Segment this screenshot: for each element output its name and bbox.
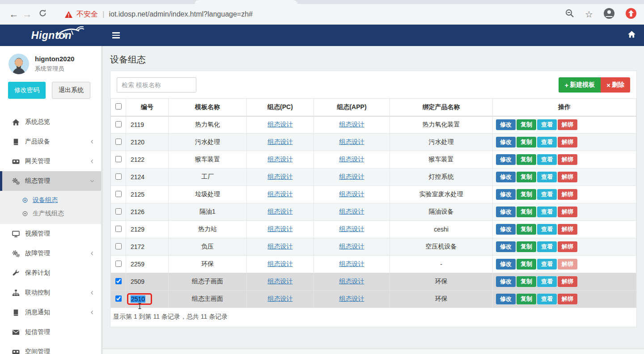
security-label[interactable]: 不安全 — [76, 10, 98, 19]
view-button[interactable]: 查看 — [537, 259, 557, 270]
edit-button[interactable]: 修改 — [496, 259, 516, 270]
browser-update-icon[interactable] — [625, 8, 637, 21]
app-design-link[interactable]: 组态设计 — [339, 138, 364, 145]
sidebar-subitem-line-scada[interactable]: 生产线组态 — [0, 207, 101, 220]
profile-avatar-icon[interactable] — [603, 8, 615, 21]
view-button[interactable]: 查看 — [537, 189, 557, 200]
app-design-link[interactable]: 组态设计 — [339, 208, 364, 215]
pc-design-link[interactable]: 组态设计 — [268, 295, 293, 302]
sidebar-toggle-icon[interactable] — [110, 28, 122, 42]
pc-design-link[interactable]: 组态设计 — [268, 190, 293, 198]
unbind-button[interactable]: 解绑 — [558, 294, 577, 304]
home-icon[interactable] — [627, 30, 636, 40]
sidebar-item-system-overview[interactable]: 系统总览 — [0, 112, 101, 132]
edit-button[interactable]: 修改 — [496, 294, 516, 304]
copy-button[interactable]: 复制 — [517, 294, 536, 304]
url-text[interactable]: iot.idosp.net/admin/index.html?language=… — [109, 10, 253, 18]
unbind-button[interactable]: 解绑 — [558, 154, 577, 165]
unbind-button[interactable]: 解绑 — [558, 206, 577, 217]
copy-button[interactable]: 复制 — [517, 154, 536, 165]
sidebar-item-space-mgmt[interactable]: 空间管理 — [0, 342, 101, 354]
app-design-link[interactable]: 组态设计 — [339, 278, 364, 285]
new-template-button[interactable]: + 新建模板 — [559, 77, 601, 93]
pc-design-link[interactable]: 组态设计 — [268, 138, 293, 145]
row-checkbox[interactable] — [115, 191, 122, 197]
logout-button[interactable]: 退出系统 — [52, 82, 90, 99]
edit-button[interactable]: 修改 — [496, 119, 516, 130]
search-input[interactable] — [117, 77, 196, 93]
pc-design-link[interactable]: 组态设计 — [268, 278, 293, 285]
edit-button[interactable]: 修改 — [496, 276, 516, 287]
copy-button[interactable]: 复制 — [517, 276, 536, 287]
zoom-out-icon[interactable] — [565, 8, 575, 20]
sidebar-item-video-mgmt[interactable]: 视频管理 — [0, 224, 101, 244]
sidebar-item-message-notify[interactable]: 消息通知 — [0, 303, 101, 322]
row-checkbox[interactable] — [115, 243, 122, 249]
sidebar-item-fault-mgmt[interactable]: 故障管理 — [0, 244, 101, 263]
row-checkbox[interactable] — [115, 139, 122, 145]
sidebar-item-linkage-control[interactable]: 联动控制 — [0, 283, 101, 303]
delete-button[interactable]: × 删除 — [601, 77, 630, 93]
pc-design-link[interactable]: 组态设计 — [268, 156, 293, 163]
unbind-button[interactable]: 解绑 — [558, 172, 577, 182]
edit-button[interactable]: 修改 — [496, 154, 516, 165]
pc-design-link[interactable]: 组态设计 — [268, 260, 293, 267]
view-button[interactable]: 查看 — [537, 154, 557, 165]
app-design-link[interactable]: 组态设计 — [339, 156, 364, 163]
pc-design-link[interactable]: 组态设计 — [268, 173, 293, 180]
unbind-button[interactable]: 解绑 — [558, 189, 577, 200]
pc-design-link[interactable]: 组态设计 — [268, 243, 293, 250]
edit-button[interactable]: 修改 — [496, 206, 516, 217]
view-button[interactable]: 查看 — [537, 276, 557, 287]
copy-button[interactable]: 复制 — [517, 224, 536, 235]
unbind-button[interactable]: 解绑 — [558, 137, 577, 148]
view-button[interactable]: 查看 — [537, 294, 557, 304]
view-button[interactable]: 查看 — [537, 119, 557, 130]
edit-button[interactable]: 修改 — [496, 241, 516, 252]
app-design-link[interactable]: 组态设计 — [339, 173, 364, 180]
view-button[interactable]: 查看 — [537, 137, 557, 148]
copy-button[interactable]: 复制 — [517, 172, 536, 182]
edit-button[interactable]: 修改 — [496, 137, 516, 148]
row-checkbox[interactable] — [115, 173, 122, 180]
row-checkbox[interactable] — [115, 278, 122, 284]
row-checkbox[interactable] — [115, 156, 122, 162]
sidebar-item-product-device[interactable]: 产品设备 — [0, 132, 101, 152]
row-checkbox[interactable] — [115, 295, 122, 302]
unbind-button[interactable]: 解绑 — [558, 224, 577, 235]
forward-icon[interactable]: → — [21, 9, 34, 20]
pc-design-link[interactable]: 组态设计 — [268, 208, 293, 215]
view-button[interactable]: 查看 — [537, 172, 557, 182]
app-design-link[interactable]: 组态设计 — [339, 243, 364, 250]
unbind-button[interactable]: 解绑 — [558, 241, 577, 252]
pc-design-link[interactable]: 组态设计 — [268, 225, 293, 232]
view-button[interactable]: 查看 — [537, 206, 557, 217]
sidebar-item-maintenance-plan[interactable]: 保养计划 — [0, 263, 101, 283]
bookmark-star-icon[interactable]: ☆ — [585, 9, 593, 20]
row-checkbox[interactable] — [115, 261, 122, 267]
view-button[interactable]: 查看 — [537, 241, 557, 252]
unbind-button[interactable]: 解绑 — [558, 276, 577, 287]
browser-tab[interactable] — [195, 0, 297, 4]
app-design-link[interactable]: 组态设计 — [339, 225, 364, 232]
row-checkbox[interactable] — [115, 121, 122, 127]
unbind-button[interactable]: 解绑 — [558, 119, 577, 130]
copy-button[interactable]: 复制 — [517, 241, 536, 252]
editing-id-highlight-box[interactable]: 2510 — [127, 293, 152, 305]
template-id[interactable]: 2510 — [131, 295, 145, 303]
horizontal-scrollbar-track[interactable] — [103, 349, 644, 354]
change-password-button[interactable]: 修改密码 — [8, 82, 46, 99]
select-all-checkbox[interactable] — [115, 103, 122, 110]
copy-button[interactable]: 复制 — [517, 259, 536, 270]
row-checkbox[interactable] — [115, 208, 122, 215]
copy-button[interactable]: 复制 — [517, 206, 536, 217]
sidebar-item-scada-mgmt[interactable]: 组态管理 — [0, 171, 101, 191]
view-button[interactable]: 查看 — [537, 224, 557, 235]
app-design-link[interactable]: 组态设计 — [339, 121, 364, 128]
sidebar-subitem-device-scada[interactable]: 设备组态 — [0, 194, 101, 207]
sidebar-item-gateway-mgmt[interactable]: 网关管理 — [0, 152, 101, 171]
back-icon[interactable]: ← — [7, 9, 21, 20]
sidebar-item-sms-mgmt[interactable]: 短信管理 — [0, 322, 101, 342]
refresh-icon[interactable] — [36, 9, 49, 20]
brand-logo[interactable]: Hignton — [0, 25, 103, 46]
